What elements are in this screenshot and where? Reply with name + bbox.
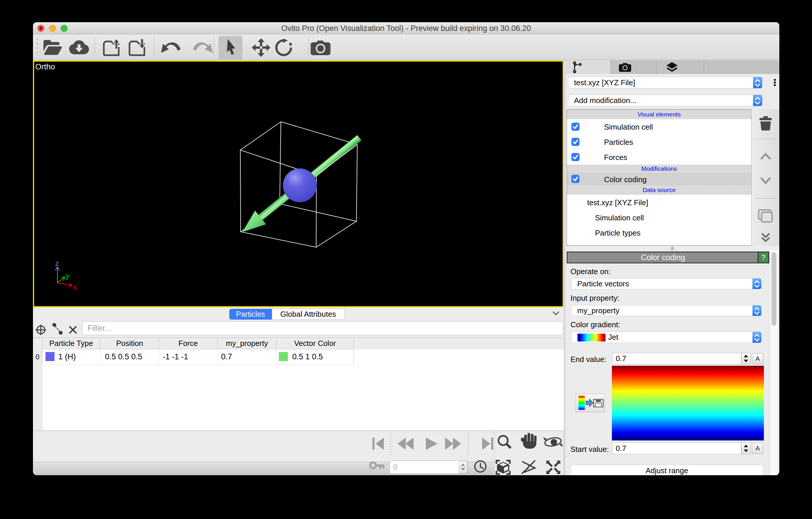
svg-text:z: z (55, 259, 59, 268)
svg-text:x: x (73, 282, 77, 291)
svg-text:y: y (66, 271, 69, 280)
